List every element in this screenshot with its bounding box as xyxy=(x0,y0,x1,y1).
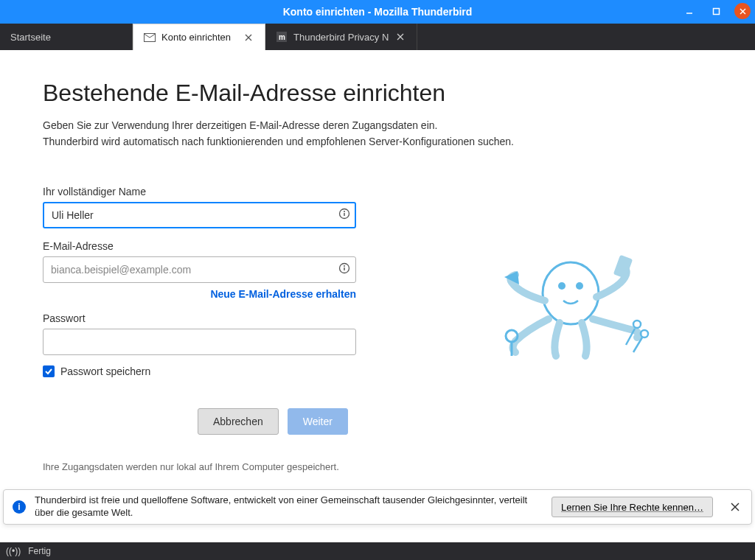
maximize-button[interactable] xyxy=(708,3,724,19)
connection-icon: ((•)) xyxy=(6,546,21,556)
name-label: Ihr vollständiger Name xyxy=(43,186,356,197)
tab-close-icon[interactable] xyxy=(243,32,254,43)
svg-point-18 xyxy=(558,282,566,290)
page-description: Geben Sie zur Verwendung Ihrer derzeitig… xyxy=(43,117,712,150)
email-field-group: E-Mail-Adresse Neue E-Mail-Adresse erhal… xyxy=(43,240,356,301)
minimize-button[interactable] xyxy=(681,3,697,19)
password-input[interactable] xyxy=(43,329,356,355)
remember-password-label: Passwort speichern xyxy=(60,365,150,377)
tab-label: Konto einrichten xyxy=(161,32,231,43)
notification-close-icon[interactable] xyxy=(728,500,742,514)
tab-label: Startseite xyxy=(10,32,51,43)
tab-privacy[interactable]: m Thunderbird Privacy N xyxy=(265,24,417,50)
window-title: Konto einrichten - Mozilla Thunderbird xyxy=(283,6,473,18)
name-field-group: Ihr vollständiger Name xyxy=(43,186,356,228)
remember-password-checkbox[interactable] xyxy=(43,365,55,377)
notification-text: Thunderbird ist freie und quelloffene So… xyxy=(35,494,543,519)
svg-rect-1 xyxy=(713,8,719,14)
octopus-illustration xyxy=(490,242,652,367)
status-text: Fertig xyxy=(28,546,51,556)
svg-point-12 xyxy=(344,211,345,212)
learn-rights-button[interactable]: Lernen Sie Ihre Rechte kennen… xyxy=(552,497,713,517)
password-field-group: Passwort Passwort speichern xyxy=(43,312,356,377)
svg-point-15 xyxy=(344,265,345,267)
info-icon[interactable] xyxy=(338,262,350,277)
window-titlebar: Konto einrichten - Mozilla Thunderbird xyxy=(0,0,755,24)
cancel-button[interactable]: Abbrechen xyxy=(198,408,279,435)
svg-point-17 xyxy=(543,262,599,324)
password-label: Passwort xyxy=(43,312,356,324)
svg-point-19 xyxy=(576,282,583,290)
page-title: Bestehende E-Mail-Adresse einrichten xyxy=(43,80,712,107)
tab-startseite[interactable]: Startseite xyxy=(0,24,133,50)
close-button[interactable] xyxy=(734,3,751,19)
email-label: E-Mail-Adresse xyxy=(43,240,356,252)
status-bar: ((•)) Fertig xyxy=(0,542,755,560)
name-input[interactable] xyxy=(43,202,356,228)
privacy-note: Ihre Zugangsdaten werden nur lokal auf I… xyxy=(43,460,352,475)
info-icon[interactable] xyxy=(338,208,350,223)
tab-bar: Startseite Konto einrichten m Thunderbir… xyxy=(0,24,755,50)
continue-button[interactable]: Weiter xyxy=(288,408,348,435)
svg-rect-20 xyxy=(613,255,633,279)
form-buttons: Abbrechen Weiter xyxy=(198,408,712,435)
thunderbird-icon: m xyxy=(276,31,288,43)
window-controls xyxy=(681,3,751,19)
svg-point-23 xyxy=(633,321,641,328)
mail-settings-icon xyxy=(144,32,156,43)
svg-text:m: m xyxy=(279,33,285,41)
notification-bar: i Thunderbird ist freie und quelloffene … xyxy=(3,489,752,525)
main-content: Bestehende E-Mail-Adresse einrichten Geb… xyxy=(0,50,755,542)
info-icon: i xyxy=(13,500,26,514)
email-input[interactable] xyxy=(43,256,356,283)
tab-konto-einrichten[interactable]: Konto einrichten xyxy=(133,24,265,50)
new-email-link[interactable]: Neue E-Mail-Adresse erhalten xyxy=(210,288,356,300)
tab-label: Thunderbird Privacy N xyxy=(293,32,389,43)
tab-close-icon[interactable] xyxy=(394,31,406,43)
